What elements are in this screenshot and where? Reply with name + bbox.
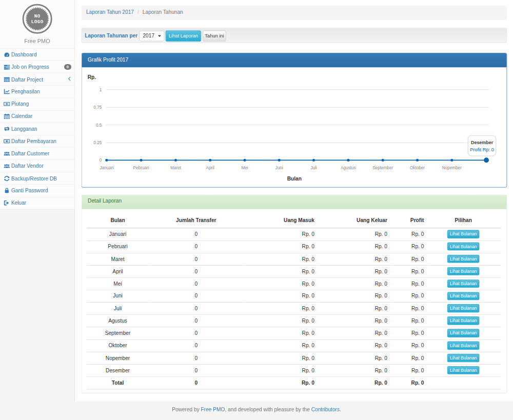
svg-text:Oktober: Oktober [410,166,425,170]
svg-text:Agustus: Agustus [341,166,356,170]
svg-text:Pebruari: Pebruari [133,166,149,170]
svg-text:Juni: Juni [275,166,283,170]
svg-text:Juli: Juli [310,166,317,170]
svg-text:1: 1 [99,88,102,92]
svg-text:LOGO: LOGO [31,19,43,25]
svg-text:April: April [206,166,214,170]
svg-text:0.75: 0.75 [93,105,102,110]
svg-text:Bulan: Bulan [287,176,301,182]
svg-text:NO: NO [34,13,40,19]
svg-text:Nopember: Nopember [442,166,462,170]
svg-text:0: 0 [99,158,102,163]
svg-text:Profit Rp: 0: Profit Rp: 0 [470,147,494,152]
svg-text:September: September [372,166,393,170]
svg-text:Rp.: Rp. [87,74,96,80]
svg-text:0.25: 0.25 [93,141,102,145]
svg-text:0.5: 0.5 [96,123,102,128]
svg-text:Mei: Mei [241,166,248,170]
svg-text:Desember: Desember [471,140,494,145]
svg-text:Januari: Januari [100,166,113,170]
svg-text:Maret: Maret [170,166,182,170]
